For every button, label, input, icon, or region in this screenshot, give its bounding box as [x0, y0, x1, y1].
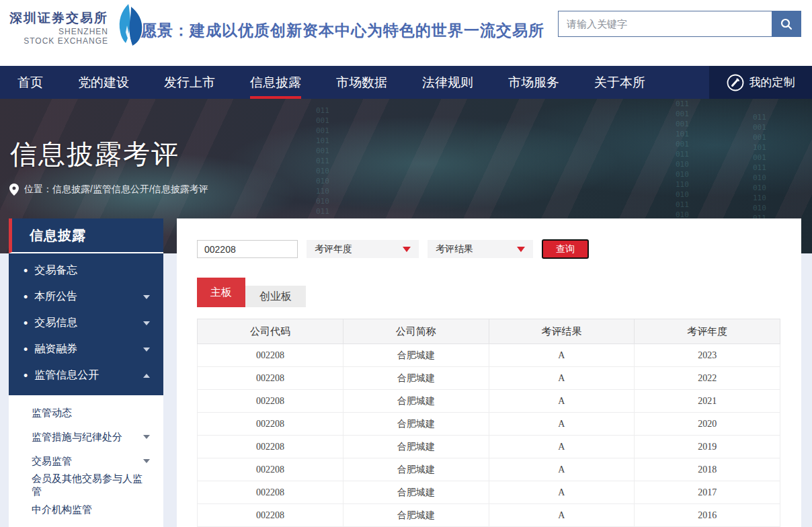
column-header-3: 考评年度 — [635, 319, 780, 344]
nav-item-0[interactable]: 首页 — [0, 66, 60, 99]
table-cell: 合肥城建 — [343, 436, 489, 458]
sidebar-subitem-5[interactable]: 发行承销监管 — [9, 522, 163, 527]
table-cell: 2023 — [635, 344, 780, 367]
tab-chinext[interactable]: 创业板 — [245, 286, 306, 307]
table-cell: 合肥城建 — [343, 413, 489, 436]
sidebar-subitem-2[interactable]: 交易监管 — [9, 449, 163, 473]
table-row: 002208合肥城建A2018 — [198, 458, 780, 481]
table-cell: 002208 — [198, 458, 343, 481]
sidebar-subitem-3[interactable]: 会员及其他交易参与人监管 — [9, 473, 163, 497]
table-cell: 合肥城建 — [343, 390, 489, 413]
nav-items: 首页党的建设发行上市信息披露市场数据法律规则市场服务关于本所 — [0, 66, 663, 99]
table-row: 002208合肥城建A2019 — [198, 436, 780, 458]
result-select[interactable]: 考评结果 — [428, 240, 533, 258]
logo-text: 深圳证券交易所 SHENZHEN STOCK EXCHANGE — [9, 9, 108, 46]
table-cell: 002208 — [198, 390, 343, 413]
table-cell: 002208 — [198, 344, 343, 367]
nav-item-1[interactable]: 党的建设 — [60, 66, 147, 99]
table-cell: 002208 — [198, 413, 343, 436]
stock-code-input[interactable] — [197, 240, 298, 258]
table-row: 002208合肥城建A2017 — [198, 481, 780, 504]
chevron-down-icon — [143, 321, 150, 325]
sidebar-item-3[interactable]: •融资融券 — [9, 336, 163, 362]
sidebar-item-2[interactable]: •交易信息 — [9, 310, 163, 336]
chevron-down-icon — [143, 435, 150, 439]
result-select-label: 考评结果 — [436, 243, 473, 255]
sidebar-item-label: 会员及其他交易参与人监管 — [32, 473, 150, 498]
chevron-up-icon — [143, 374, 150, 378]
sidebar-item-label: 融资融券 — [34, 342, 143, 356]
tab-main-board[interactable]: 主板 — [197, 278, 245, 307]
table-cell: 002208 — [198, 367, 343, 390]
table-cell: 2019 — [635, 436, 780, 458]
filter-bar: 考评年度 考评结果 查询 — [197, 239, 589, 259]
sidebar-submenu: 监管动态监管措施与纪律处分交易监管会员及其他交易参与人监管中介机构监管发行承销监… — [9, 395, 163, 527]
main-nav: 首页党的建设发行上市信息披露市场数据法律规则市场服务关于本所 我的定制 — [0, 66, 812, 99]
table-cell: 2017 — [635, 481, 780, 504]
sidebar-subitem-1[interactable]: 监管措施与纪律处分 — [9, 425, 163, 449]
sidebar-item-0[interactable]: •交易备忘 — [9, 257, 163, 284]
nav-item-4[interactable]: 市场数据 — [319, 66, 405, 99]
bullet-icon: • — [24, 343, 28, 356]
search-input[interactable] — [558, 11, 772, 37]
chevron-down-icon — [143, 348, 150, 352]
logo[interactable]: 深圳证券交易所 SHENZHEN STOCK EXCHANGE — [9, 8, 147, 47]
nav-item-2[interactable]: 发行上市 — [147, 66, 233, 99]
table-row: 002208合肥城建A2016 — [198, 504, 780, 527]
table-cell: 2016 — [635, 504, 780, 527]
table-cell: 合肥城建 — [343, 504, 489, 527]
query-button[interactable]: 查询 — [542, 239, 589, 259]
bullet-icon: • — [24, 265, 28, 277]
sidebar-item-4[interactable]: •监管信息公开 — [9, 362, 163, 389]
sidebar-item-label: 中介机构监管 — [32, 503, 150, 516]
sidebar-item-label: 交易监管 — [32, 455, 143, 468]
sidebar-item-label: 本所公告 — [34, 290, 143, 304]
table-row: 002208合肥城建A2023 — [198, 344, 780, 367]
table-cell: 2018 — [635, 458, 780, 481]
nav-item-5[interactable]: 法律规则 — [405, 66, 491, 99]
table-cell: A — [489, 413, 635, 436]
chevron-down-icon — [143, 295, 150, 299]
table-header: 公司代码公司简称考评结果考评年度 — [198, 319, 780, 344]
table-cell: 2021 — [635, 390, 780, 413]
table-cell: A — [489, 436, 635, 458]
table-cell: A — [489, 344, 635, 367]
chevron-down-icon — [143, 459, 150, 463]
table-cell: A — [489, 504, 635, 527]
sidebar-title: 信息披露 — [9, 218, 163, 253]
search-icon — [780, 17, 793, 31]
sidebar-title-label: 信息披露 — [30, 227, 86, 245]
sidebar-subitem-4[interactable]: 中介机构监管 — [9, 497, 163, 522]
sidebar-menu: •交易备忘•本所公告•交易信息•融资融券•监管信息公开 — [9, 253, 163, 395]
dropdown-arrow-icon — [403, 247, 411, 252]
table-row: 002208合肥城建A2021 — [198, 390, 780, 413]
evaluation-table: 公司代码公司简称考评结果考评年度 002208合肥城建A2023002208合肥… — [197, 319, 780, 527]
table-row: 002208合肥城建A2020 — [198, 413, 780, 436]
nav-item-6[interactable]: 市场服务 — [491, 66, 577, 99]
table-row: 002208合肥城建A2022 — [198, 367, 780, 390]
location-pin-icon — [9, 184, 19, 196]
sidebar-item-label: 监管信息公开 — [34, 368, 143, 382]
sidebar: 信息披露 •交易备忘•本所公告•交易信息•融资融券•监管信息公开 监管动态监管措… — [9, 218, 163, 527]
column-header-1: 公司简称 — [343, 319, 489, 344]
sidebar-subitem-0[interactable]: 监管动态 — [9, 401, 163, 425]
my-custom-button[interactable]: 我的定制 — [709, 66, 812, 99]
table-cell: A — [489, 481, 635, 504]
table-cell: 2022 — [635, 367, 780, 390]
bullet-icon: • — [24, 370, 28, 382]
table-cell: A — [489, 367, 635, 390]
year-select[interactable]: 考评年度 — [307, 240, 419, 258]
search-button[interactable] — [772, 11, 801, 37]
logo-name-en1: SHENZHEN — [9, 27, 108, 36]
sidebar-item-label: 监管措施与纪律处分 — [32, 431, 143, 444]
table-cell: 002208 — [198, 504, 343, 527]
sidebar-item-1[interactable]: •本所公告 — [9, 284, 163, 310]
table-body: 002208合肥城建A2023002208合肥城建A2022002208合肥城建… — [198, 344, 780, 527]
breadcrumb-text: 位置：信息披露/监管信息公开/信息披露考评 — [24, 184, 208, 196]
table-cell: A — [489, 458, 635, 481]
content-panel: 考评年度 考评结果 查询 主板 创业板 公司代码公司简称考评结果考评年度 002… — [177, 218, 801, 527]
breadcrumb: 位置：信息披露/监管信息公开/信息披露考评 — [9, 184, 208, 196]
table-cell: 合肥城建 — [343, 367, 489, 390]
nav-item-3[interactable]: 信息披露 — [233, 66, 319, 99]
nav-item-7[interactable]: 关于本所 — [577, 66, 663, 99]
